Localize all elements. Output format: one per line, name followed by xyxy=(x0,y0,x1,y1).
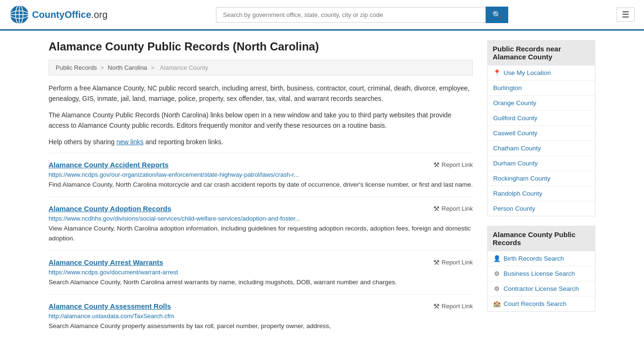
gear-icon-2: ⚙ xyxy=(493,285,501,292)
court-records-link[interactable]: Court Records Search xyxy=(504,300,567,307)
sidebar-item-person-county[interactable]: Person County xyxy=(487,201,595,216)
sidebar-item-business-license[interactable]: ⚙ Business License Search xyxy=(487,266,595,281)
record-title[interactable]: Alamance County Adoption Records xyxy=(49,205,171,213)
hamburger-icon: ☰ xyxy=(622,10,629,19)
sidebar-item-chatham-county[interactable]: Chatham County xyxy=(487,141,595,156)
records-list: Alamance County Accident Reports ⚒ Repor… xyxy=(49,153,473,338)
breadcrumb-state[interactable]: North Carolina xyxy=(107,64,147,71)
record-desc: View Alamance County, North Carolina ado… xyxy=(49,224,473,244)
sidebar-item-caswell-county[interactable]: Caswell County xyxy=(487,126,595,141)
burlington-link[interactable]: Burlington xyxy=(493,84,522,91)
report-link[interactable]: ⚒ Report Link xyxy=(433,302,473,311)
sidebar-item-orange-county[interactable]: Orange County xyxy=(487,96,595,111)
search-area: 🔍 xyxy=(216,7,508,23)
search-button[interactable]: 🔍 xyxy=(486,7,508,23)
sidebar-item-guilford-county[interactable]: Guilford County xyxy=(487,111,595,126)
description-1: Perform a free Alamance County, NC publi… xyxy=(49,83,473,104)
record-desc: Find Alamance County, North Carolina mot… xyxy=(49,180,473,190)
sidebar-nearby-section: Public Records near Alamance County 📍 Us… xyxy=(487,40,595,216)
report-icon: ⚒ xyxy=(433,205,439,213)
search-icon: 🔍 xyxy=(492,11,502,19)
location-icon: 📍 xyxy=(493,69,501,76)
record-title[interactable]: Alamance County Arrest Warrants xyxy=(49,258,163,266)
person-icon: 👤 xyxy=(493,255,501,262)
record-url[interactable]: https://www.ncdps.gov/document/warrant-a… xyxy=(49,269,473,276)
sidebar-item-contractor-license[interactable]: ⚙ Contractor License Search xyxy=(487,281,595,296)
logo[interactable]: CountyOffice.org xyxy=(9,5,107,25)
sidebar: Public Records near Alamance County 📍 Us… xyxy=(487,40,595,338)
person-county-link[interactable]: Person County xyxy=(493,205,535,212)
report-icon: ⚒ xyxy=(433,302,439,311)
record-item: Alamance County Adoption Records ⚒ Repor… xyxy=(49,197,473,250)
sidebar-item-court-records[interactable]: 🏫 Court Records Search xyxy=(487,296,595,311)
record-item: Alamance County Assessment Rolls ⚒ Repor… xyxy=(49,294,473,338)
main-wrapper: Alamance County Public Records (North Ca… xyxy=(39,31,605,347)
report-label: Report Link xyxy=(442,205,473,212)
business-license-link[interactable]: Business License Search xyxy=(504,270,575,277)
menu-button[interactable]: ☰ xyxy=(617,8,635,22)
breadcrumb-sep-2: > xyxy=(151,64,155,71)
birth-records-link[interactable]: Birth Records Search xyxy=(504,255,564,262)
sidebar-item-durham-county[interactable]: Durham County xyxy=(487,156,595,171)
gear-icon: ⚙ xyxy=(493,270,501,277)
description-2: The Alamance County Public Records (Nort… xyxy=(49,110,473,131)
record-title[interactable]: Alamance County Accident Reports xyxy=(49,161,169,169)
sidebar-item-rockingham-county[interactable]: Rockingham County xyxy=(487,171,595,186)
report-icon: ⚒ xyxy=(433,161,439,169)
report-label: Report Link xyxy=(442,161,473,168)
record-item: Alamance County Arrest Warrants ⚒ Report… xyxy=(49,250,473,294)
description-3: Help others by sharing new links and rep… xyxy=(49,137,473,147)
caswell-county-link[interactable]: Caswell County xyxy=(493,130,537,137)
sidebar-records-header: Alamance County Public Records xyxy=(487,226,595,251)
report-link[interactable]: ⚒ Report Link xyxy=(433,205,473,213)
durham-county-link[interactable]: Durham County xyxy=(493,160,538,167)
court-icon: 🏫 xyxy=(493,300,501,307)
sidebar-item-use-my-location[interactable]: 📍 Use My Location xyxy=(487,66,595,81)
sidebar-records-list: 👤 Birth Records Search ⚙ Business Licens… xyxy=(487,251,595,312)
breadcrumb-public-records[interactable]: Public Records xyxy=(56,64,97,71)
breadcrumb-county: Alamance County xyxy=(160,64,208,71)
chatham-county-link[interactable]: Chatham County xyxy=(493,145,541,152)
record-desc: Search Alamance County, North Carolina a… xyxy=(49,278,473,288)
header-right: ☰ xyxy=(617,8,635,22)
sidebar-item-birth-records[interactable]: 👤 Birth Records Search xyxy=(487,251,595,266)
report-label: Report Link xyxy=(442,259,473,266)
record-header: Alamance County Accident Reports ⚒ Repor… xyxy=(49,161,473,169)
site-header: CountyOffice.org 🔍 ☰ xyxy=(0,0,644,31)
content-area: Alamance County Public Records (North Ca… xyxy=(49,40,473,338)
use-my-location-link[interactable]: Use My Location xyxy=(504,69,551,76)
desc3-pre: Help others by sharing xyxy=(49,138,116,146)
record-header: Alamance County Arrest Warrants ⚒ Report… xyxy=(49,258,473,267)
logo-icon xyxy=(9,5,29,25)
orange-county-link[interactable]: Orange County xyxy=(493,99,537,107)
report-icon: ⚒ xyxy=(433,258,439,267)
guilford-county-link[interactable]: Guilford County xyxy=(493,115,537,122)
breadcrumb: Public Records > North Carolina > Alaman… xyxy=(49,60,473,75)
report-link[interactable]: ⚒ Report Link xyxy=(433,161,473,169)
report-label: Report Link xyxy=(442,303,473,310)
report-link[interactable]: ⚒ Report Link xyxy=(433,258,473,267)
search-input[interactable] xyxy=(216,7,486,23)
record-header: Alamance County Adoption Records ⚒ Repor… xyxy=(49,205,473,213)
sidebar-item-burlington[interactable]: Burlington xyxy=(487,81,595,96)
new-links-link[interactable]: new links xyxy=(116,138,144,146)
rockingham-county-link[interactable]: Rockingham County xyxy=(493,175,551,182)
record-title[interactable]: Alamance County Assessment Rolls xyxy=(49,302,171,310)
sidebar-records-section: Alamance County Public Records 👤 Birth R… xyxy=(487,226,595,312)
sidebar-nearby-header: Public Records near Alamance County xyxy=(487,40,595,66)
contractor-license-link[interactable]: Contractor License Search xyxy=(504,285,579,292)
record-item: Alamance County Accident Reports ⚒ Repor… xyxy=(49,153,473,197)
sidebar-item-randolph-county[interactable]: Randolph County xyxy=(487,186,595,201)
breadcrumb-sep-1: > xyxy=(100,64,104,71)
page-title: Alamance County Public Records (North Ca… xyxy=(49,40,473,53)
desc3-post: and reporting broken links. xyxy=(144,138,223,146)
randolph-county-link[interactable]: Randolph County xyxy=(493,190,542,197)
record-desc: Search Alamance County property assessme… xyxy=(49,321,473,331)
logo-text: CountyOffice.org xyxy=(32,9,107,20)
record-url[interactable]: https://www.ncdps.gov/our-organization/l… xyxy=(49,171,473,178)
record-url[interactable]: https://www.ncdhhs.gov/divisions/social-… xyxy=(49,215,473,222)
record-header: Alamance County Assessment Rolls ⚒ Repor… xyxy=(49,302,473,311)
sidebar-nearby-list: 📍 Use My Location Burlington Orange Coun… xyxy=(487,66,595,216)
record-url[interactable]: http://alamance.ustaxdata.com/TaxSearch.… xyxy=(49,313,473,320)
